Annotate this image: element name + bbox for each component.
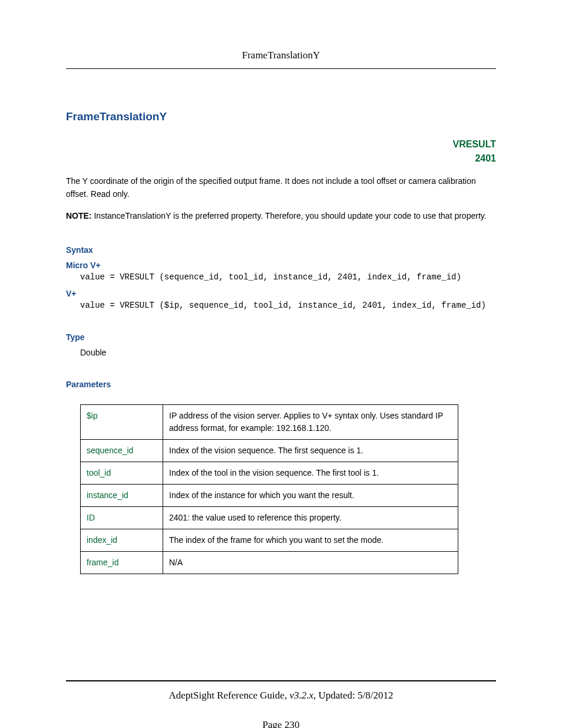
param-desc: IP address of the vision server. Applies… [163, 405, 458, 440]
param-name: index_id [81, 529, 163, 552]
table-row: instance_idIndex of the instance for whi… [81, 485, 458, 507]
note-text: InstanceTranslationY is the preferred pr… [92, 211, 487, 220]
micro-vplus-label: Micro V+ [66, 261, 496, 270]
table-row: frame_idN/A [81, 552, 458, 574]
parameters-table: $ipIP address of the vision server. Appl… [80, 404, 458, 574]
micro-code: value = VRESULT (sequence_id, tool_id, i… [80, 272, 496, 282]
param-name: frame_id [81, 552, 163, 574]
parameters-heading: Parameters [66, 380, 496, 389]
type-value: Double [80, 348, 496, 357]
header-title: FrameTranslationY [242, 50, 320, 61]
param-name: ID [81, 507, 163, 529]
page-title: FrameTranslationY [66, 110, 167, 123]
param-desc: Index of the vision sequence. The first … [163, 440, 458, 462]
param-name: instance_id [81, 485, 163, 507]
vplus-label: V+ [66, 289, 496, 298]
vplus-code: value = VRESULT ($ip, sequence_id, tool_… [80, 301, 496, 310]
vresult-badge: VRESULT 2401 [66, 137, 496, 166]
page-number: Page 230 [66, 719, 496, 728]
param-name: sequence_id [81, 440, 163, 462]
note-label: NOTE: [66, 211, 92, 220]
footer-line: AdeptSight Reference Guide, v3.2.x, Upda… [66, 690, 496, 701]
intro-text: The Y coordinate of the origin of the sp… [66, 175, 496, 200]
param-desc: 2401: the value used to reference this p… [163, 507, 458, 529]
footer-updated: , Updated: 5/8/2012 [313, 690, 394, 701]
param-name: tool_id [81, 462, 163, 485]
table-row: tool_idIndex of the tool in the vision s… [81, 462, 458, 485]
param-desc: Index of the instance for which you want… [163, 485, 458, 507]
type-heading: Type [66, 332, 496, 342]
vresult-code: 2401 [66, 151, 496, 166]
footer-version: , v3.2.x [285, 690, 313, 701]
page-header: FrameTranslationY [66, 50, 496, 69]
table-row: index_idThe index of the frame for which… [81, 529, 458, 552]
param-desc: The index of the frame for which you wan… [163, 529, 458, 552]
vresult-label: VRESULT [66, 137, 496, 151]
param-desc: Index of the tool in the vision sequence… [163, 462, 458, 485]
footer-rule: AdeptSight Reference Guide, v3.2.x, Upda… [66, 680, 496, 728]
table-row: ID2401: the value used to reference this… [81, 507, 458, 529]
footer-guide: AdeptSight Reference Guide [169, 690, 285, 701]
table-row: sequence_idIndex of the vision sequence.… [81, 440, 458, 462]
param-name: $ip [81, 405, 163, 440]
param-desc: N/A [163, 552, 458, 574]
table-row: $ipIP address of the vision server. Appl… [81, 405, 458, 440]
note-paragraph: NOTE: InstanceTranslationY is the prefer… [66, 210, 496, 223]
syntax-heading: Syntax [66, 245, 496, 255]
